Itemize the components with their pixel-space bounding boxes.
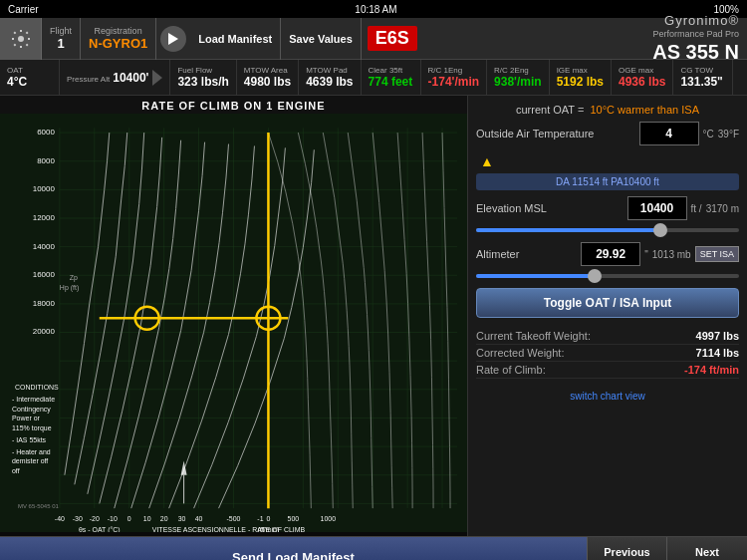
elevation-label: Elevation MSL bbox=[476, 202, 623, 214]
brand-name: Gyronimo® bbox=[652, 13, 739, 29]
mtow-area-label: MTOW Area bbox=[244, 66, 288, 75]
elevation-input[interactable] bbox=[627, 196, 687, 220]
registration-label: Registration bbox=[95, 26, 142, 36]
registration-nav-item[interactable]: Registration N-GYRO1 bbox=[81, 18, 156, 60]
svg-text:18000: 18000 bbox=[33, 299, 56, 308]
oat-fahrenheit-unit: 39°F bbox=[718, 129, 739, 140]
next-flight-button[interactable]: Next Flight bbox=[667, 537, 747, 560]
altimeter-slider-track bbox=[476, 274, 739, 278]
oat-temperature-input[interactable] bbox=[639, 122, 699, 145]
ige-status: IGE max 5192 lbs bbox=[550, 60, 612, 95]
play-button[interactable] bbox=[160, 26, 186, 52]
svg-text:Hp (ft): Hp (ft) bbox=[60, 284, 79, 292]
cg-status: CG TOW 131.35" bbox=[673, 60, 733, 95]
svg-text:CONDITIONS: CONDITIONS bbox=[15, 384, 59, 391]
app-logo: Gyronimo® Performance Pad Pro AS 355 N bbox=[652, 13, 747, 63]
rc1-status: R/C 1Eng -174'/min bbox=[421, 60, 488, 95]
carrier-label: Carrier bbox=[8, 4, 39, 15]
svg-text:14000: 14000 bbox=[33, 242, 56, 251]
svg-text:- Heater and: - Heater and bbox=[12, 448, 51, 455]
weight-info: Current Takeoff Weight: 4997 lbs Correct… bbox=[476, 328, 739, 379]
mtow-area-value: 4980 lbs bbox=[244, 75, 291, 89]
svg-text:- IAS 55kts: - IAS 55kts bbox=[12, 436, 47, 443]
performance-chart: 6000 8000 10000 12000 14000 16000 18000 … bbox=[0, 114, 467, 532]
flight-label: Flight bbox=[50, 26, 72, 36]
arrow-icon bbox=[152, 70, 162, 86]
elevation-slider-container bbox=[476, 228, 739, 234]
mtow-pad-value: 4639 lbs bbox=[306, 75, 353, 89]
prev-flight-label1: Previous bbox=[604, 545, 649, 559]
oge-value: 4936 lbs bbox=[619, 75, 665, 89]
load-manifest-nav-item[interactable]: Load Manifest bbox=[190, 18, 281, 60]
brand-sub: Performance Pad Pro bbox=[652, 29, 739, 40]
rc2-status: R/C 2Eng 938'/min bbox=[487, 60, 550, 95]
svg-text:MV 65-5045 01: MV 65-5045 01 bbox=[18, 503, 59, 509]
mtow-area-status: MTOW Area 4980 lbs bbox=[237, 60, 299, 95]
da-display: DA 11514 ft PA10400 ft bbox=[476, 173, 739, 190]
bottom-bar: Send Load Manifest Previous Flight Next … bbox=[0, 536, 747, 560]
takeoff-weight-value: 4997 lbs bbox=[696, 330, 739, 342]
altimeter-slider-fill bbox=[476, 274, 595, 278]
svg-text:0: 0 bbox=[127, 515, 131, 522]
next-flight-label1: Next bbox=[695, 545, 719, 559]
clear35-value: 774 feet bbox=[369, 75, 413, 89]
previous-flight-button[interactable]: Previous Flight bbox=[588, 537, 667, 560]
svg-text:-500: -500 bbox=[227, 515, 241, 522]
svg-text:off: off bbox=[12, 467, 20, 474]
status-bar: OAT 4°C Pressure Alt 10400' Fuel Flow 32… bbox=[0, 60, 747, 96]
save-values-nav-item[interactable]: Save Values bbox=[281, 18, 362, 60]
send-load-manifest-button[interactable]: Send Load Manifest bbox=[0, 537, 588, 560]
svg-text:6000: 6000 bbox=[37, 128, 55, 137]
svg-text:0: 0 bbox=[266, 515, 270, 522]
corrected-weight-label: Corrected Weight: bbox=[476, 347, 564, 359]
svg-text:-40: -40 bbox=[55, 515, 65, 522]
svg-text:Power or: Power or bbox=[12, 415, 41, 421]
registration-value: N-GYRO1 bbox=[89, 36, 147, 51]
roc-row: Rate of Climb: -174 ft/min bbox=[476, 362, 739, 379]
svg-text:500: 500 bbox=[288, 515, 300, 522]
time-label: 10:18 AM bbox=[355, 4, 396, 15]
flight-nav-item[interactable]: Flight 1 bbox=[42, 18, 81, 60]
svg-text:10: 10 bbox=[143, 515, 151, 522]
svg-text:20: 20 bbox=[160, 515, 168, 522]
oat-status: OAT 4°C bbox=[0, 60, 60, 95]
svg-text:θs - OAT (°C): θs - OAT (°C) bbox=[79, 526, 121, 532]
pressure-alt-status: Pressure Alt 10400' bbox=[60, 60, 170, 95]
svg-text:20000: 20000 bbox=[33, 328, 56, 337]
svg-text:-20: -20 bbox=[90, 515, 100, 522]
svg-text:-1: -1 bbox=[257, 515, 263, 522]
switch-chart-link[interactable]: switch chart view bbox=[476, 391, 739, 402]
altimeter-unit2: 1013 mb bbox=[652, 249, 691, 260]
palt-label: Pressure Alt bbox=[67, 75, 110, 84]
svg-text:16000: 16000 bbox=[33, 270, 56, 279]
rc1-label: R/C 1Eng bbox=[428, 66, 463, 75]
altimeter-unit1: " bbox=[644, 249, 648, 260]
settings-button[interactable] bbox=[0, 18, 42, 60]
right-panel: current OAT = 10°C warmer than ISA Outsi… bbox=[468, 96, 747, 536]
svg-text:demister off: demister off bbox=[12, 457, 48, 464]
altimeter-slider-container bbox=[476, 274, 739, 280]
toggle-oat-isa-button[interactable]: Toggle OAT / ISA Input bbox=[476, 288, 739, 318]
altimeter-input[interactable] bbox=[581, 242, 640, 266]
ige-label: IGE max bbox=[557, 66, 588, 75]
elevation-slider-thumb[interactable] bbox=[653, 223, 667, 237]
cg-value: 131.35" bbox=[680, 75, 722, 89]
rc1-value: -174'/min bbox=[428, 75, 480, 89]
palt-value: 10400' bbox=[113, 71, 148, 85]
svg-text:40: 40 bbox=[195, 515, 203, 522]
elevation-slider-track bbox=[476, 228, 739, 232]
fuel-flow-status: Fuel Flow 323 lbs/h bbox=[170, 60, 236, 95]
svg-text:8000: 8000 bbox=[37, 156, 55, 165]
oat-warmer: 10°C warmer than ISA bbox=[590, 104, 699, 116]
oge-label: OGE max bbox=[619, 66, 653, 75]
altimeter-label: Altimeter bbox=[476, 248, 577, 260]
svg-text:Contingency: Contingency bbox=[12, 406, 51, 414]
altimeter-slider-thumb[interactable] bbox=[588, 269, 602, 283]
corrected-weight-value: 7114 lbs bbox=[696, 347, 739, 359]
svg-point-0 bbox=[18, 36, 24, 42]
svg-marker-1 bbox=[168, 33, 178, 45]
set-isa-button[interactable]: SET ISA bbox=[695, 246, 739, 262]
svg-text:VITESSE ASCENSIONNELLE - RATE : VITESSE ASCENSIONNELLE - RATE OF CLIMB bbox=[152, 526, 306, 532]
elevation-slider-fill bbox=[476, 228, 660, 232]
roc-label: Rate of Climb: bbox=[476, 364, 546, 376]
